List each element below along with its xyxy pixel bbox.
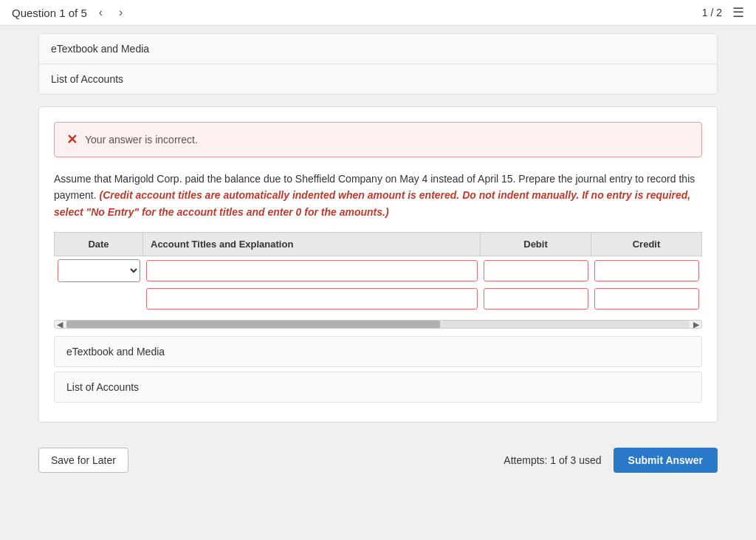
page-info: 1 / 2 <box>702 7 722 18</box>
row2-debit-cell <box>481 285 591 312</box>
error-message: Your answer is incorrect. <box>85 134 198 146</box>
resource-section: eTextbook and Media List of Accounts <box>54 336 702 403</box>
top-resources-section: eTextbook and Media List of Accounts <box>38 33 718 95</box>
row1-account-input[interactable] <box>146 260 478 281</box>
table-row: May 4 April 15 <box>55 256 702 286</box>
question-label: Question 1 of 5 <box>12 7 87 19</box>
scroll-track <box>66 321 690 328</box>
top-bar-right: 1 / 2 ☰ <box>702 4 744 21</box>
table-row <box>55 285 702 312</box>
row1-account-cell <box>143 256 481 286</box>
save-for-later-button[interactable]: Save for Later <box>38 448 128 473</box>
row1-credit-input[interactable] <box>594 260 699 281</box>
footer-right: Attempts: 1 of 3 used Submit Answer <box>504 448 718 473</box>
row2-account-input[interactable] <box>146 288 478 310</box>
list-of-accounts-button-top[interactable]: List of Accounts <box>39 64 717 94</box>
error-icon: ✕ <box>66 131 78 148</box>
list-of-accounts-button-bottom[interactable]: List of Accounts <box>54 372 702 403</box>
scroll-right-arrow[interactable]: ▶ <box>691 320 701 329</box>
top-bar-left: Question 1 of 5 ‹ › <box>12 4 127 21</box>
footer-bar: Save for Later Attempts: 1 of 3 used Sub… <box>24 437 732 483</box>
main-content: eTextbook and Media List of Accounts ✕ Y… <box>24 33 732 437</box>
question-text-italic: (Credit account titles are automatically… <box>54 189 690 217</box>
col-debit-header: Debit <box>481 233 591 256</box>
row2-date-cell <box>55 285 143 312</box>
attempts-text: Attempts: 1 of 3 used <box>504 454 601 466</box>
row2-credit-input[interactable] <box>594 288 699 310</box>
col-date-header: Date <box>55 233 143 256</box>
top-bar: Question 1 of 5 ‹ › 1 / 2 ☰ <box>0 0 756 26</box>
answer-section: ✕ Your answer is incorrect. Assume that … <box>38 106 718 423</box>
submit-answer-button[interactable]: Submit Answer <box>614 448 718 473</box>
scroll-left-arrow[interactable]: ◀ <box>55 320 65 329</box>
row1-date-cell: May 4 April 15 <box>55 256 143 286</box>
journal-table: Date Account Titles and Explanation Debi… <box>54 232 702 312</box>
error-box: ✕ Your answer is incorrect. <box>54 122 702 157</box>
scroll-thumb <box>66 321 440 328</box>
table-header-row: Date Account Titles and Explanation Debi… <box>55 233 702 256</box>
list-icon[interactable]: ☰ <box>732 4 744 21</box>
row2-credit-cell <box>591 285 702 312</box>
row1-date-select[interactable]: May 4 April 15 <box>58 259 140 282</box>
row2-account-cell <box>143 285 481 312</box>
row1-debit-input[interactable] <box>484 260 588 281</box>
question-text: Assume that Marigold Corp. paid the bala… <box>54 171 702 220</box>
etextbook-media-button-top[interactable]: eTextbook and Media <box>39 34 717 64</box>
col-account-header: Account Titles and Explanation <box>143 233 481 256</box>
etextbook-media-button-bottom[interactable]: eTextbook and Media <box>54 336 702 367</box>
row1-debit-cell <box>481 256 591 286</box>
row2-debit-input[interactable] <box>484 288 588 310</box>
col-credit-header: Credit <box>591 233 702 256</box>
next-question-button[interactable]: › <box>114 4 127 21</box>
row1-credit-cell <box>591 256 702 286</box>
horizontal-scrollbar[interactable]: ◀ ▶ <box>54 320 702 329</box>
prev-question-button[interactable]: ‹ <box>94 4 107 21</box>
